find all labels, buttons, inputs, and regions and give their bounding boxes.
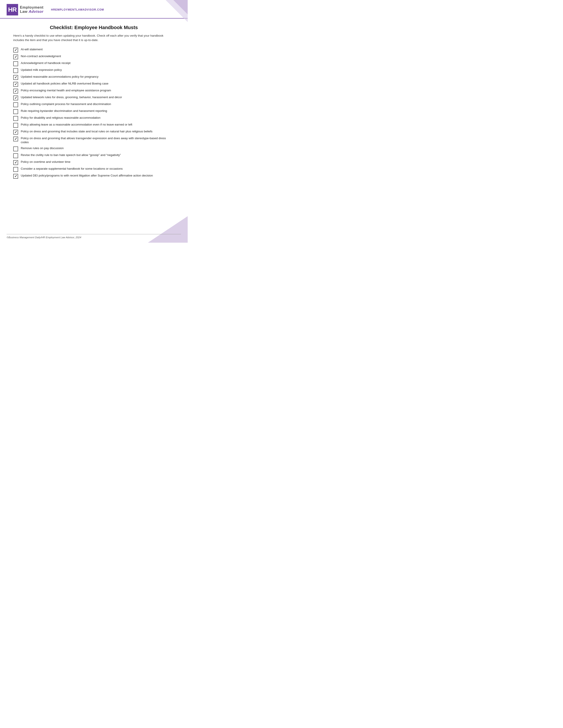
checklist-item-text-6: Updated all handbook policies after NLRB… (21, 82, 174, 86)
page-title: Checklist: Employee Handbook Musts (13, 25, 174, 30)
checkbox-11[interactable] (13, 116, 18, 121)
checklist-item-18[interactable]: Consider a separate supplemental handboo… (13, 167, 174, 172)
checklist-item-19[interactable]: ✓Updated DEI policy/programs to with rec… (13, 174, 174, 179)
checklist-item-8[interactable]: ✓Updated telework rules for dress, groom… (13, 95, 174, 100)
checkmark-icon-14: ✓ (14, 137, 17, 141)
checkmark-icon-8: ✓ (14, 96, 17, 100)
logo-text: Employment Law Advisor (20, 6, 43, 14)
footer-copyright: ©Business Management Daily/HR Employment… (7, 236, 181, 239)
checklist-item-3[interactable]: Acknowledgment of handbook receipt (13, 61, 174, 66)
footer: ©Business Management Daily/HR Employment… (0, 234, 188, 239)
checkmark-icon-6: ✓ (14, 83, 17, 86)
checkmark-icon-17: ✓ (14, 161, 17, 164)
checkbox-16[interactable] (13, 153, 18, 158)
checklist-item-text-4: Updated milk expression policy (21, 68, 174, 72)
checklist-item-text-10: Rule requiring bystander discrimination … (21, 109, 174, 113)
checkbox-14[interactable]: ✓ (13, 137, 18, 141)
checklist-item-text-18: Consider a separate supplemental handboo… (21, 167, 174, 171)
checklist-item-15[interactable]: Remove rules on pay discussion (13, 146, 174, 151)
checkmark-icon-19: ✓ (14, 174, 17, 178)
checklist: ✓At-will statement✓Non-contract acknowle… (13, 47, 174, 179)
checklist-item-text-5: Updated reasonable accommodations policy… (21, 75, 174, 79)
checkmark-icon-2: ✓ (14, 55, 17, 59)
logo-box: HR Employment Law Advisor (7, 4, 43, 15)
checkbox-3[interactable] (13, 61, 18, 66)
checklist-item-5[interactable]: ✓Updated reasonable accommodations polic… (13, 75, 174, 80)
checklist-item-text-13: Policy on dress and grooming that includ… (21, 129, 174, 134)
header-url: HREMPLOYMENTLAWADVISOR.COM (51, 8, 104, 11)
checklist-item-text-7: Policy encouraging mental health and emp… (21, 88, 174, 93)
corner-decoration-bottom-right (148, 216, 188, 243)
checklist-item-text-14: Policy on dress and grooming that allows… (21, 136, 174, 145)
checkmark-icon-7: ✓ (14, 89, 17, 93)
checklist-item-7[interactable]: ✓Policy encouraging mental health and em… (13, 88, 174, 94)
checkmark-icon-5: ✓ (14, 76, 17, 79)
logo-advisor: Advisor (29, 9, 43, 14)
checkmark-icon-1: ✓ (14, 48, 17, 52)
checklist-item-2[interactable]: ✓Non-contract acknowledgment (13, 54, 174, 59)
checklist-item-text-16: Revise the civility rule to ban hate spe… (21, 153, 174, 157)
checklist-item-text-11: Policy for disability and religious reas… (21, 116, 174, 120)
checkbox-9[interactable] (13, 102, 18, 107)
logo-law: Law Advisor (20, 10, 43, 14)
checkbox-1[interactable]: ✓ (13, 48, 18, 53)
checklist-item-10[interactable]: Rule requiring bystander discrimination … (13, 109, 174, 114)
checklist-item-11[interactable]: Policy for disability and religious reas… (13, 116, 174, 121)
checkbox-15[interactable] (13, 146, 18, 151)
logo-hr-text: HR (8, 6, 17, 13)
checklist-item-text-1: At-will statement (21, 47, 174, 52)
checklist-item-16[interactable]: Revise the civility rule to ban hate spe… (13, 153, 174, 158)
checkbox-18[interactable] (13, 167, 18, 172)
checkbox-4[interactable] (13, 68, 18, 73)
checklist-item-text-3: Acknowledgment of handbook receipt (21, 61, 174, 65)
header: HR Employment Law Advisor HREMPLOYMENTLA… (0, 0, 188, 19)
logo-hr-box: HR (7, 4, 18, 15)
checklist-item-13[interactable]: ✓Policy on dress and grooming that inclu… (13, 129, 174, 135)
checklist-item-6[interactable]: ✓Updated all handbook policies after NLR… (13, 82, 174, 87)
checklist-item-14[interactable]: ✓Policy on dress and grooming that allow… (13, 136, 174, 145)
checkbox-17[interactable]: ✓ (13, 160, 18, 165)
checklist-item-4[interactable]: Updated milk expression policy (13, 68, 174, 73)
checkbox-13[interactable]: ✓ (13, 130, 18, 135)
corner-decoration-top-right-inner (173, 0, 188, 14)
checklist-item-9[interactable]: Policy outlining complaint process for h… (13, 102, 174, 107)
checklist-item-text-17: Policy on overtime and volunteer time (21, 160, 174, 164)
checklist-item-text-15: Remove rules on pay discussion (21, 146, 174, 150)
logo-employment: Employment (20, 6, 43, 10)
checklist-item-text-2: Non-contract acknowledgment (21, 54, 174, 58)
checkmark-icon-13: ✓ (14, 130, 17, 134)
intro-text: Here's a handy checklist to use when upd… (13, 34, 174, 43)
checklist-item-12[interactable]: Policy allowing leave as a reasonable ac… (13, 123, 174, 128)
checklist-item-text-9: Policy outlining complaint process for h… (21, 102, 174, 106)
checkbox-6[interactable]: ✓ (13, 82, 18, 87)
checkbox-12[interactable] (13, 123, 18, 128)
corner-decoration-bottom-left (0, 221, 22, 243)
checkbox-7[interactable]: ✓ (13, 89, 18, 94)
checklist-item-text-8: Updated telework rules for dress, groomi… (21, 95, 174, 99)
checklist-item-1[interactable]: ✓At-will statement (13, 47, 174, 53)
checkbox-10[interactable] (13, 109, 18, 114)
checkbox-8[interactable]: ✓ (13, 96, 18, 100)
checkbox-19[interactable]: ✓ (13, 174, 18, 179)
checklist-item-text-19: Updated DEI policy/programs to with rece… (21, 174, 174, 178)
footer-divider (7, 234, 181, 234)
checklist-item-text-12: Policy allowing leave as a reasonable ac… (21, 123, 174, 127)
checkbox-5[interactable]: ✓ (13, 75, 18, 80)
main-content: Checklist: Employee Handbook Musts Here'… (0, 19, 188, 198)
checklist-item-17[interactable]: ✓Policy on overtime and volunteer time (13, 160, 174, 165)
checkbox-2[interactable]: ✓ (13, 54, 18, 59)
